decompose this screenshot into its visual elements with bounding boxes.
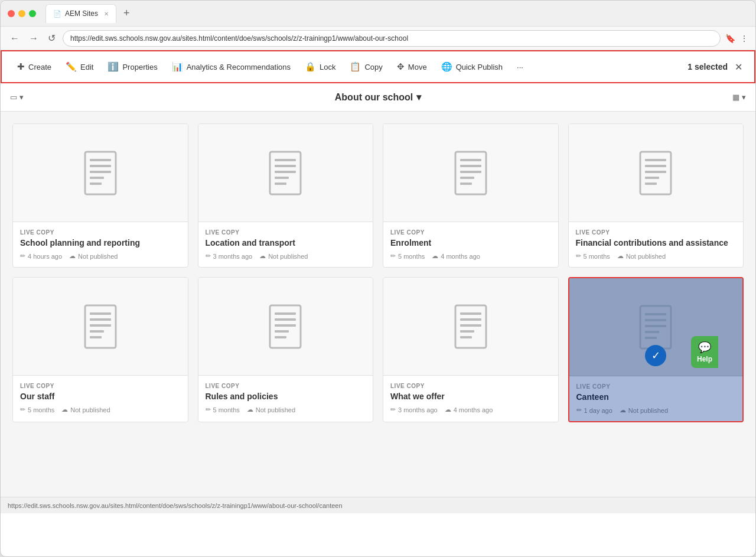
svg-rect-40: [460, 330, 474, 333]
live-copy-badge-financial-contributions: LIVE COPY: [576, 229, 737, 236]
card-what-we-offer[interactable]: LIVE COPY What we offer ✏ 3 months ago ☁…: [383, 277, 559, 422]
card-our-staff[interactable]: LIVE COPY Our staff ✏ 5 months ☁ Not pub…: [12, 277, 188, 422]
svg-rect-41: [460, 336, 472, 338]
live-copy-badge-school-planning: LIVE COPY: [20, 229, 181, 236]
modified-meta-financial-contributions: ✏ 5 months: [576, 252, 610, 260]
help-chat-icon: 💬: [698, 341, 711, 354]
copy-label: Copy: [364, 63, 382, 71]
properties-button[interactable]: ℹ️ Properties: [102, 58, 163, 76]
view-toggle-left[interactable]: ▭ ▾: [10, 93, 24, 102]
svg-rect-32: [275, 318, 296, 321]
edit-label: Edit: [80, 63, 93, 71]
more-button[interactable]: ···: [511, 59, 529, 75]
cloud-icon-what-we-offer: ☁: [445, 406, 451, 413]
title-bar: 📄 AEM Sites ✕ +: [1, 1, 755, 27]
card-school-planning[interactable]: LIVE COPY School planning and reporting …: [12, 123, 188, 268]
move-button[interactable]: ✥ Move: [391, 58, 433, 76]
forward-button[interactable]: →: [27, 32, 41, 45]
publish-meta-rules-policies: ☁ Not published: [247, 406, 295, 413]
copy-button[interactable]: 📋 Copy: [344, 58, 388, 76]
lock-icon: 🔒: [305, 61, 316, 72]
svg-rect-9: [275, 171, 296, 173]
browser-window: 📄 AEM Sites ✕ + ← → ↺ 🔖 ⋮ ✚ Create ✏️ Ed…: [0, 0, 756, 557]
tab-page-icon: 📄: [53, 10, 61, 18]
publish-meta-our-staff: ☁ Not published: [61, 406, 110, 413]
card-financial-contributions[interactable]: LIVE COPY Financial contributions and as…: [568, 123, 744, 268]
close-selection-button[interactable]: ✕: [732, 60, 745, 74]
content-toolbar: ▭ ▾ About our school ▾ ▦ ▾: [1, 83, 755, 112]
svg-rect-7: [275, 159, 296, 161]
card-info-our-staff: LIVE COPY Our staff ✏ 5 months ☁ Not pub…: [13, 375, 188, 421]
new-tab-button[interactable]: +: [123, 7, 130, 19]
svg-rect-38: [460, 318, 481, 321]
card-rules-policies[interactable]: LIVE COPY Rules and policies ✏ 5 months …: [198, 277, 374, 422]
modified-meta-rules-policies: ✏ 5 months: [206, 406, 240, 413]
grid-view-icon: ▦: [732, 93, 739, 102]
create-button[interactable]: ✚ Create: [11, 58, 57, 76]
publish-status-financial-contributions: Not published: [626, 253, 666, 260]
svg-rect-15: [460, 171, 481, 173]
bookmark-icon[interactable]: 🔖: [725, 34, 735, 43]
modified-time-enrolment: 5 months: [398, 253, 425, 260]
analytics-label: Analytics & Recommendations: [187, 63, 291, 71]
publish-status-what-we-offer: 4 months ago: [454, 406, 493, 413]
live-copy-badge-rules-policies: LIVE COPY: [206, 383, 366, 389]
help-button[interactable]: 💬 Help: [691, 336, 718, 368]
quick-publish-button[interactable]: 🌐 Quick Publish: [435, 58, 509, 76]
move-label: Move: [408, 63, 427, 71]
browser-actions: 🔖 ⋮: [725, 34, 748, 43]
card-image-rules-policies: [198, 278, 373, 375]
publish-meta-financial-contributions: ☁ Not published: [617, 252, 666, 260]
selected-indicator: 1 selected ✕: [687, 60, 745, 74]
quick-publish-label: Quick Publish: [456, 63, 503, 71]
card-image-location-transport: [198, 124, 373, 222]
traffic-lights: [8, 10, 36, 17]
copy-icon: 📋: [350, 61, 361, 72]
pencil-icon-location-transport: ✏: [206, 252, 211, 260]
pencil-icon-enrolment: ✏: [390, 252, 396, 260]
view-mode-button[interactable]: ▦ ▾: [732, 93, 746, 102]
modified-meta-location-transport: ✏ 3 months ago: [206, 252, 253, 260]
modified-meta-enrolment: ✏ 5 months: [390, 252, 425, 260]
close-button[interactable]: [8, 10, 15, 17]
modified-meta-canteen: ✏ 1 day ago: [576, 406, 612, 414]
page-icon-financial-contributions: [637, 149, 674, 197]
analytics-icon: 📊: [172, 61, 183, 72]
reload-button[interactable]: ↺: [45, 31, 58, 45]
tab-close-icon[interactable]: ✕: [104, 11, 109, 17]
svg-rect-34: [275, 330, 289, 333]
card-image-financial-contributions: [569, 124, 744, 222]
maximize-button[interactable]: [29, 10, 36, 17]
publish-status-location-transport: Not published: [268, 253, 308, 260]
panel-toggle-chevron: ▾: [19, 93, 24, 102]
card-enrolment[interactable]: LIVE COPY Enrolment ✏ 5 months ☁ 4 month…: [383, 123, 559, 268]
pencil-icon-rules-policies: ✏: [206, 406, 211, 413]
card-location-transport[interactable]: LIVE COPY Location and transport ✏ 3 mon…: [198, 123, 374, 268]
minimize-button[interactable]: [18, 10, 25, 17]
browser-tab[interactable]: 📄 AEM Sites ✕: [45, 4, 116, 23]
pencil-icon-what-we-offer: ✏: [390, 406, 396, 413]
publish-status-enrolment: 4 months ago: [441, 253, 480, 260]
publish-status-rules-policies: Not published: [256, 406, 295, 413]
edit-button[interactable]: ✏️ Edit: [60, 58, 99, 76]
address-bar: ← → ↺ 🔖 ⋮: [1, 27, 755, 50]
tab-title: AEM Sites: [65, 9, 98, 18]
more-label: ···: [517, 63, 523, 71]
live-copy-badge-location-transport: LIVE COPY: [206, 229, 366, 236]
svg-rect-29: [90, 336, 102, 338]
menu-icon[interactable]: ⋮: [740, 34, 748, 43]
back-button[interactable]: ←: [8, 32, 22, 45]
analytics-button[interactable]: 📊 Analytics & Recommendations: [166, 58, 296, 76]
pencil-icon-financial-contributions: ✏: [576, 252, 581, 260]
svg-rect-37: [460, 312, 481, 315]
cloud-icon-rules-policies: ☁: [247, 406, 253, 413]
url-input[interactable]: [63, 30, 721, 47]
modified-meta-what-we-offer: ✏ 3 months ago: [390, 406, 438, 413]
create-label: Create: [28, 63, 51, 71]
publish-status-our-staff: Not published: [70, 406, 110, 413]
card-meta-financial-contributions: ✏ 5 months ☁ Not published: [576, 252, 737, 260]
quick-publish-icon: 🌐: [441, 61, 452, 72]
lock-button[interactable]: 🔒 Lock: [299, 58, 341, 76]
page-icon-location-transport: [266, 149, 304, 197]
status-bar: https://edit.sws.schools.nsw.gov.au/site…: [1, 497, 755, 513]
